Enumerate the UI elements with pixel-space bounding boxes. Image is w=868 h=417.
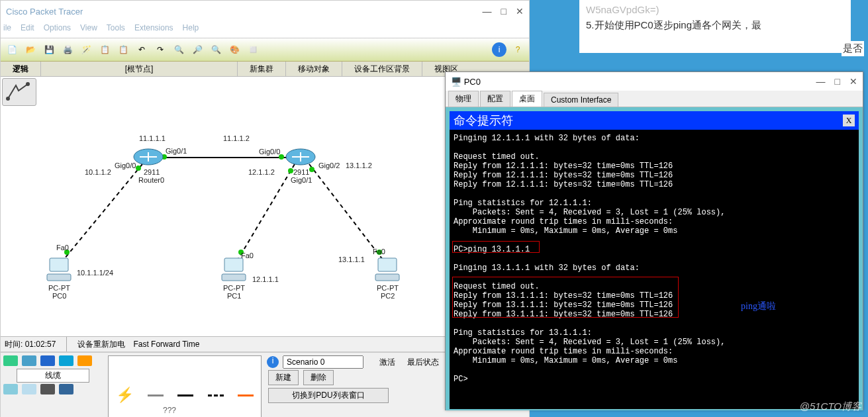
- pc0-device[interactable]: [44, 255, 73, 287]
- wizard-icon[interactable]: 🪄: [79, 42, 93, 57]
- pc0-close-icon[interactable]: ✕: [849, 76, 857, 87]
- router1[interactable]: [285, 147, 316, 169]
- doc-fragment: 是否: [842, 41, 864, 56]
- fast-forward[interactable]: Fast Forward Time: [133, 340, 199, 349]
- scenario-select[interactable]: [283, 355, 363, 369]
- connection-palette: ⚡: [108, 355, 262, 417]
- dev-end4-icon[interactable]: [59, 384, 73, 394]
- svg-line-3: [62, 164, 142, 262]
- toggle-pdu-button[interactable]: 切换到PDU列表窗口: [268, 388, 389, 403]
- menu-bar: ile Edit Options View Tools Extensions H…: [1, 22, 529, 38]
- close-icon[interactable]: ✕: [516, 6, 524, 17]
- svg-rect-17: [47, 274, 71, 281]
- svg-rect-19: [222, 274, 246, 281]
- open-file-icon[interactable]: 📂: [23, 42, 38, 57]
- svg-rect-18: [224, 258, 243, 271]
- pc0-body: 命令提示符 X Pinging 12.1.1.1 with 32 bytes o…: [446, 107, 863, 410]
- root-node[interactable]: [根节点]: [41, 62, 238, 76]
- svg-rect-16: [50, 258, 68, 271]
- dev-router-icon[interactable]: [3, 355, 18, 366]
- menu-extensions[interactable]: Extensions: [134, 23, 173, 36]
- pc0-titlebar: 🖥️ PC0 — □ ✕: [446, 72, 863, 91]
- logic-tab[interactable]: 逻辑: [1, 62, 41, 76]
- workspace-bg[interactable]: 设备工作区背景: [342, 62, 422, 76]
- tab-config[interactable]: 配置: [480, 91, 510, 107]
- move-object[interactable]: 移动对象: [286, 62, 342, 76]
- scenario-delete-button[interactable]: 删除: [303, 370, 334, 385]
- menu-options[interactable]: Options: [44, 23, 71, 36]
- new-file-icon[interactable]: 📄: [5, 42, 19, 57]
- svg-point-10: [288, 168, 293, 173]
- watermark: @51CTO博客: [800, 400, 861, 413]
- sim-time: 01:02:57: [25, 340, 56, 349]
- pc0-maximize-icon[interactable]: □: [835, 76, 840, 87]
- highlight-replies: [452, 277, 679, 318]
- tab-desktop[interactable]: 桌面: [512, 91, 542, 107]
- new-cluster[interactable]: 新集群: [238, 62, 286, 76]
- paste-icon[interactable]: 📋: [116, 42, 130, 57]
- conn-fiber-icon[interactable]: [238, 394, 254, 396]
- dev-connection-icon[interactable]: [77, 355, 92, 366]
- pc0-tabs: 物理 配置 桌面 Custom Interface: [446, 91, 863, 107]
- scenario-new-button[interactable]: 新建: [268, 370, 299, 385]
- pt-title-text: Cisco Packet Tracer: [6, 7, 83, 17]
- annotation-note: ping通啦: [741, 302, 776, 311]
- palette-icon[interactable]: 🎨: [227, 42, 242, 57]
- undo-icon[interactable]: ↶: [134, 42, 149, 57]
- menu-file[interactable]: ile: [3, 23, 11, 36]
- save-icon[interactable]: 💾: [42, 42, 56, 57]
- pc2-device[interactable]: [373, 255, 402, 287]
- power-cycle[interactable]: 设备重新加电: [77, 339, 125, 350]
- svg-rect-20: [378, 258, 397, 271]
- svg-line-4: [236, 164, 295, 262]
- device-palette: 线缆: [1, 353, 105, 417]
- auto-conn-icon[interactable]: ⚡: [116, 387, 134, 404]
- pt-titlebar: Cisco Packet Tracer — □ ✕: [1, 1, 529, 22]
- minimize-icon[interactable]: —: [483, 6, 492, 17]
- copy-icon[interactable]: 📋: [97, 42, 112, 57]
- dev-wireless-icon[interactable]: [59, 355, 73, 366]
- background-document: W5naGVpdGk=) 5.开始使用PC0逐步ping通各个网关，最: [579, 0, 851, 53]
- menu-tools[interactable]: Tools: [107, 23, 125, 36]
- svg-rect-21: [375, 274, 399, 281]
- router0[interactable]: [133, 147, 164, 169]
- zoom-reset-icon[interactable]: 🔎: [190, 42, 205, 57]
- dev-end3-icon[interactable]: [40, 384, 55, 394]
- pc0-window: 🖥️ PC0 — □ ✕ 物理 配置 桌面 Custom Interface 命…: [445, 71, 863, 410]
- redo-icon[interactable]: ↷: [153, 42, 168, 57]
- cmd-titlebar: 命令提示符 X: [450, 111, 859, 130]
- conn-straight-icon[interactable]: [177, 394, 193, 396]
- menu-view[interactable]: View: [80, 23, 97, 36]
- dev-hub-icon[interactable]: [40, 355, 55, 366]
- shape-icon[interactable]: ◻️: [246, 42, 260, 57]
- help-icon[interactable]: ?: [510, 42, 525, 57]
- dev-switch-icon[interactable]: [22, 355, 36, 366]
- zoom-in-icon[interactable]: 🔍: [171, 42, 186, 57]
- conn-cross-icon[interactable]: [208, 394, 224, 396]
- unknown-label: ???: [163, 406, 176, 415]
- tab-physical[interactable]: 物理: [448, 91, 479, 107]
- tab-custom[interactable]: Custom Interface: [544, 93, 618, 107]
- pc1-device[interactable]: [219, 255, 248, 287]
- menu-help[interactable]: Help: [183, 23, 199, 36]
- dev-end1-icon[interactable]: [3, 384, 18, 394]
- toolbar: 📄 📂 💾 🖨️ 🪄 📋 📋 ↶ ↷ 🔍 🔎 🔍 🎨 ◻️ i ?: [1, 38, 529, 62]
- terminal[interactable]: Pinging 12.1.1.1 with 32 bytes of data: …: [450, 130, 859, 409]
- print-icon[interactable]: 🖨️: [60, 42, 75, 57]
- zoom-out-icon[interactable]: 🔍: [209, 42, 223, 57]
- info-icon[interactable]: i: [492, 42, 506, 57]
- info-small-icon[interactable]: i: [267, 356, 279, 368]
- pc0-minimize-icon[interactable]: —: [816, 76, 826, 87]
- dev-end2-icon[interactable]: [22, 384, 36, 394]
- pc-icon: 🖥️: [451, 77, 461, 87]
- palette-label: 线缆: [17, 369, 89, 383]
- conn-console-icon[interactable]: [148, 394, 164, 396]
- maximize-icon[interactable]: □: [501, 6, 506, 17]
- cmd-close-button[interactable]: X: [843, 115, 855, 126]
- menu-edit[interactable]: Edit: [21, 23, 34, 36]
- highlight-ping-cmd: [452, 241, 540, 253]
